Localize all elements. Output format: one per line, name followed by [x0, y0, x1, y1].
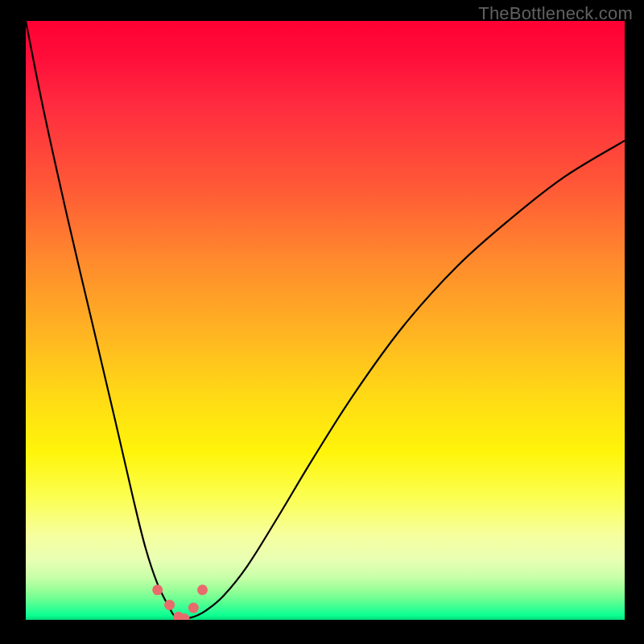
data-point-dot: [164, 600, 175, 610]
data-point-dot: [152, 584, 163, 595]
curve-dots: [26, 21, 625, 620]
data-point-dot: [188, 603, 199, 613]
outer-frame: TheBottleneck.com: [0, 0, 644, 644]
plot-area: [26, 21, 625, 620]
data-point-dot: [197, 584, 208, 595]
attribution-watermark: TheBottleneck.com: [478, 3, 633, 24]
